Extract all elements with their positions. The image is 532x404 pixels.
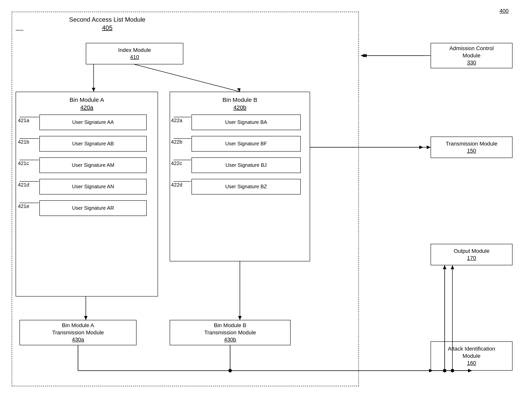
sig-am-box: User Signature AM <box>39 157 147 173</box>
diagram: 400 Second Access List Module 405 Index … <box>0 0 532 404</box>
ref-421c: 421c <box>18 160 29 167</box>
ref-421d: 421d <box>18 182 29 188</box>
sig-bz-box: User Signature BZ <box>191 179 301 194</box>
svg-marker-42 <box>361 54 365 57</box>
sig-ba-box: User Signature BA <box>191 115 301 130</box>
svg-marker-19 <box>419 146 423 149</box>
bin-module-b-container: Bin Module B 420b 422a User Signature BA… <box>170 92 310 261</box>
svg-marker-29 <box>443 265 446 269</box>
ref-421e: 421e <box>18 203 29 209</box>
svg-marker-36 <box>443 265 446 269</box>
bin-a-transmission-box: Bin Module A Transmission Module 430a <box>19 320 137 345</box>
attack-identification-box: Attack Identification Module 160 <box>431 341 513 371</box>
bin-module-a-container: Bin Module A 420a 421a User Signature AA… <box>16 92 158 296</box>
ref-400: 400 <box>500 8 509 14</box>
second-access-list-title: Second Access List Module 405 <box>39 16 176 32</box>
ref-422d: 422d <box>171 182 182 188</box>
sig-ar-box: User Signature AR <box>39 200 147 216</box>
sig-bf-box: User Signature BF <box>191 136 301 152</box>
svg-marker-21 <box>363 54 367 57</box>
svg-marker-44 <box>451 265 454 269</box>
ref-421a: 421a <box>18 117 29 123</box>
svg-marker-40 <box>427 146 431 149</box>
sig-aa-box: User Signature AA <box>39 115 147 130</box>
ref-422b: 422b <box>171 139 182 145</box>
transmission-module-box: Transmission Module 150 <box>431 137 513 158</box>
sig-an-box: User Signature AN <box>39 179 147 194</box>
sig-ab-box: User Signature AB <box>39 136 147 152</box>
output-module-box: Output Module 170 <box>431 244 513 265</box>
ref-422a: 422a <box>171 117 182 123</box>
bin-module-a-title: Bin Module A 420a <box>16 96 158 111</box>
bin-b-transmission-box: Bin Module B Transmission Module 430b <box>170 320 291 345</box>
index-module-box: Index Module 410 <box>86 43 183 64</box>
ref-422c: 422c <box>171 160 182 167</box>
sig-bj-box: User Signature BJ <box>191 157 301 173</box>
admission-control-box: Admission Control Module 330 <box>431 43 513 68</box>
bin-module-b-title: Bin Module B 420b <box>170 96 310 111</box>
ref-421b: 421b <box>18 139 29 145</box>
